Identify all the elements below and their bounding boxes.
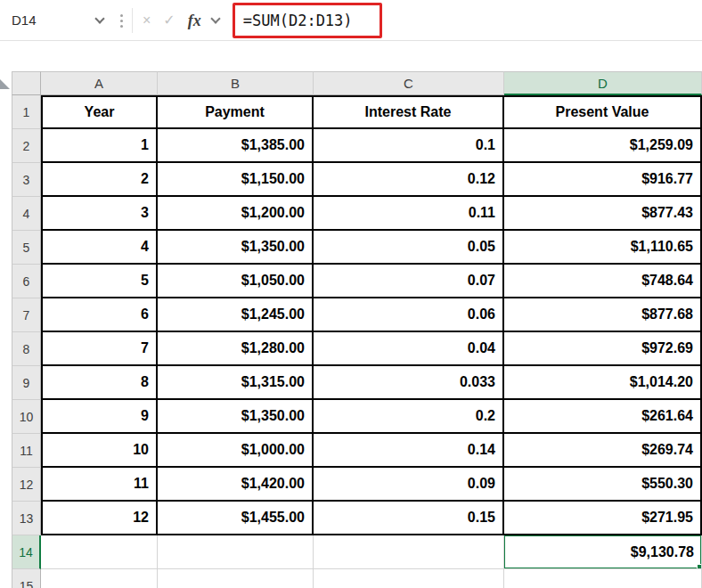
worksheet: ABCD1YearPaymentInterest RatePresent Val… <box>0 71 702 588</box>
cancel-icon[interactable]: × <box>143 13 151 28</box>
name-box-chevron-icon[interactable] <box>94 13 104 23</box>
cell-A13[interactable]: 12 <box>41 502 158 535</box>
cell-D10[interactable]: $261.64 <box>504 400 702 434</box>
cell-A9[interactable]: 8 <box>41 366 158 400</box>
cell-A5[interactable]: 4 <box>41 231 158 265</box>
cell-D15[interactable] <box>504 569 702 588</box>
cell-D1[interactable]: Present Value <box>504 95 702 129</box>
cell-D2[interactable]: $1,259.09 <box>504 129 702 163</box>
cell-C5[interactable]: 0.05 <box>314 231 504 265</box>
cell-B10[interactable]: $1,350.00 <box>158 400 314 434</box>
cell-D5[interactable]: $1,110.65 <box>504 231 702 265</box>
sheet-left-gutter <box>0 71 12 588</box>
row-header-11[interactable]: 11 <box>12 434 41 468</box>
cell-C6[interactable]: 0.07 <box>314 265 504 298</box>
row-header-14[interactable]: 14 <box>12 535 41 569</box>
row-header-8[interactable]: 8 <box>12 332 41 366</box>
row-header-1[interactable]: 1 <box>12 95 41 129</box>
cell-A8[interactable]: 7 <box>41 332 158 366</box>
cell-B1[interactable]: Payment <box>158 95 314 129</box>
cell-B14[interactable] <box>158 535 314 569</box>
row-header-2[interactable]: 2 <box>12 129 41 163</box>
excel-window: D14 × ✓ fx =SUM(D2:D13) ABCD1YearPayment… <box>0 0 702 588</box>
row-header-6[interactable]: 6 <box>12 265 41 298</box>
cell-C3[interactable]: 0.12 <box>314 163 504 197</box>
row-header-5[interactable]: 5 <box>12 231 41 265</box>
cell-A4[interactable]: 3 <box>41 197 158 231</box>
cell-A15[interactable] <box>41 569 158 588</box>
select-all-corner[interactable] <box>12 71 41 95</box>
cell-D11[interactable]: $269.74 <box>504 434 702 468</box>
cell-C2[interactable]: 0.1 <box>314 129 504 163</box>
cell-B4[interactable]: $1,200.00 <box>158 197 314 231</box>
row-header-9[interactable]: 9 <box>12 366 41 400</box>
cell-C7[interactable]: 0.06 <box>314 298 504 332</box>
formula-input[interactable]: =SUM(D2:D13) <box>243 12 353 29</box>
row-header-15[interactable]: 15 <box>12 569 41 588</box>
enter-icon[interactable]: ✓ <box>163 13 175 28</box>
cell-A14[interactable] <box>41 535 158 569</box>
cell-B13[interactable]: $1,455.00 <box>158 502 314 535</box>
cell-B15[interactable] <box>158 569 314 588</box>
cell-A10[interactable]: 9 <box>41 400 158 434</box>
active-cell-D14[interactable]: $9,130.78 <box>504 535 702 569</box>
cell-A1[interactable]: Year <box>41 95 158 129</box>
cell-B12[interactable]: $1,420.00 <box>158 468 314 502</box>
cell-A12[interactable]: 11 <box>41 468 158 502</box>
splitter-dots-icon[interactable] <box>120 12 123 28</box>
cell-B6[interactable]: $1,050.00 <box>158 265 314 298</box>
cell-D4[interactable]: $877.43 <box>504 197 702 231</box>
cell-C12[interactable]: 0.09 <box>314 468 504 502</box>
cell-D6[interactable]: $748.64 <box>504 265 702 298</box>
cell-B5[interactable]: $1,350.00 <box>158 231 314 265</box>
formula-bar: D14 × ✓ fx =SUM(D2:D13) <box>0 0 702 41</box>
row-header-3[interactable]: 3 <box>12 163 41 197</box>
ribbon-spacer <box>0 41 702 71</box>
cell-D7[interactable]: $877.68 <box>504 298 702 332</box>
cell-C9[interactable]: 0.033 <box>314 366 504 400</box>
row-header-4[interactable]: 4 <box>12 197 41 231</box>
cell-C8[interactable]: 0.04 <box>314 332 504 366</box>
cell-C11[interactable]: 0.14 <box>314 434 504 468</box>
row-header-13[interactable]: 13 <box>12 502 41 535</box>
cell-grid: ABCD1YearPaymentInterest RatePresent Val… <box>12 71 702 588</box>
cell-A11[interactable]: 10 <box>41 434 158 468</box>
insert-function-icon[interactable]: fx <box>188 12 201 29</box>
column-header-C[interactable]: C <box>314 71 504 95</box>
cell-B2[interactable]: $1,385.00 <box>158 129 314 163</box>
cell-D13[interactable]: $271.95 <box>504 502 702 535</box>
cell-B3[interactable]: $1,150.00 <box>158 163 314 197</box>
select-all-corner-partial-icon <box>0 79 10 89</box>
cell-A6[interactable]: 5 <box>41 265 158 298</box>
name-box-value: D14 <box>12 12 37 28</box>
cell-C14[interactable] <box>314 535 504 569</box>
cell-A2[interactable]: 1 <box>41 129 158 163</box>
cell-C13[interactable]: 0.15 <box>314 502 504 535</box>
row-header-10[interactable]: 10 <box>12 400 41 434</box>
cell-B11[interactable]: $1,000.00 <box>158 434 314 468</box>
row-header-12[interactable]: 12 <box>12 468 41 502</box>
formula-highlight-box: =SUM(D2:D13) <box>233 3 382 38</box>
cell-A3[interactable]: 2 <box>41 163 158 197</box>
column-header-D[interactable]: D <box>504 71 702 95</box>
formula-bar-chevron-icon[interactable] <box>210 13 220 23</box>
cell-C4[interactable]: 0.11 <box>314 197 504 231</box>
cell-D3[interactable]: $916.77 <box>504 163 702 197</box>
column-header-B[interactable]: B <box>158 71 314 95</box>
column-header-A[interactable]: A <box>41 71 158 95</box>
cell-C1[interactable]: Interest Rate <box>314 95 504 129</box>
cell-B9[interactable]: $1,315.00 <box>158 366 314 400</box>
cell-D8[interactable]: $972.69 <box>504 332 702 366</box>
cell-D12[interactable]: $550.30 <box>504 468 702 502</box>
cell-C10[interactable]: 0.2 <box>314 400 504 434</box>
name-box[interactable]: D14 <box>0 0 112 40</box>
cell-B7[interactable]: $1,245.00 <box>158 298 314 332</box>
cell-A7[interactable]: 6 <box>41 298 158 332</box>
formula-bar-divider <box>132 8 133 33</box>
cell-B8[interactable]: $1,280.00 <box>158 332 314 366</box>
row-header-7[interactable]: 7 <box>12 298 41 332</box>
cell-D9[interactable]: $1,014.20 <box>504 366 702 400</box>
cell-C15[interactable] <box>314 569 504 588</box>
